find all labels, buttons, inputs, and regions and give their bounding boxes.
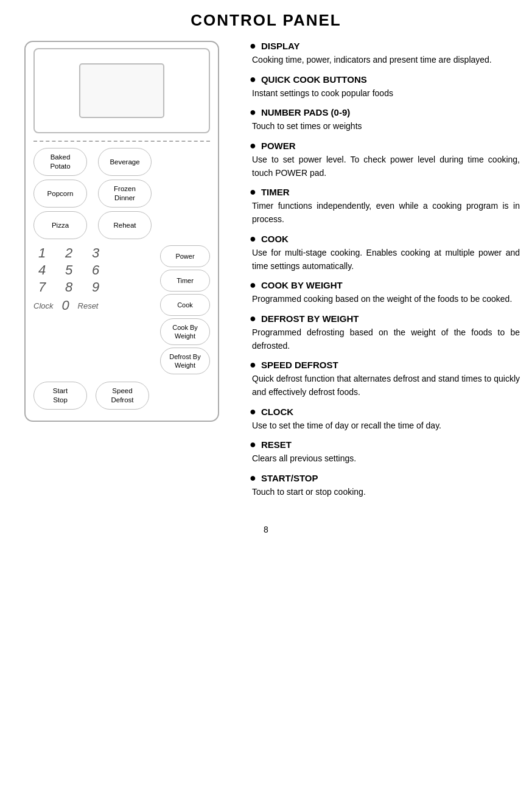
right-buttons-column: Power Timer Cook Cook ByWeight Defrost B… — [160, 245, 210, 374]
speed-defrost-button[interactable]: SpeedDefrost — [96, 382, 149, 410]
buttons-grid: BakedPotato Beverage Popcorn FrozenDinne… — [33, 148, 210, 410]
key-2[interactable]: 2 — [60, 245, 77, 261]
desc-display: ● DISPLAY Cooking time, power, indicator… — [250, 41, 520, 67]
desc-clock-heading-row: ● CLOCK — [250, 407, 520, 418]
page-title: CONTROL PANEL — [0, 11, 532, 30]
body-power: Use to set power level. To check power l… — [252, 153, 520, 180]
page-number: 8 — [0, 525, 532, 534]
start-stop-button[interactable]: StartStop — [33, 382, 87, 410]
heading-quick-cook: QUICK COOK BUTTONS — [261, 74, 367, 85]
num-grid: 1 2 3 4 5 6 7 8 — [33, 245, 104, 313]
body-quick-cook: Instant settings to cook popular foods — [252, 87, 520, 100]
quick-cook-row-3: Pizza Reheat — [33, 211, 152, 239]
pizza-button[interactable]: Pizza — [33, 211, 87, 239]
desc-reset-heading-row: ● RESET — [250, 439, 520, 451]
desc-cook-by-weight-heading-row: ● COOK BY WEIGHT — [250, 280, 520, 292]
heading-cook-by-weight: COOK BY WEIGHT — [261, 280, 343, 290]
panel-outer: BakedPotato Beverage Popcorn FrozenDinne… — [24, 41, 219, 422]
desc-power-heading-row: ● POWER — [250, 141, 520, 152]
quick-cook-row-2: Popcorn FrozenDinner — [33, 180, 152, 208]
body-reset: Clears all previous settings. — [252, 452, 520, 466]
desc-cook-by-weight: ● COOK BY WEIGHT Programmed cooking base… — [250, 280, 520, 306]
key-8[interactable]: 8 — [60, 279, 77, 295]
desc-cook: ● COOK Use for multi-stage cooking. Enab… — [250, 234, 520, 273]
quick-cook-row-1: BakedPotato Beverage — [33, 148, 152, 176]
numpad-and-labels: 1 2 3 4 5 6 7 8 — [33, 245, 109, 313]
panel-diagram: BakedPotato Beverage Popcorn FrozenDinne… — [6, 41, 237, 422]
frozen-dinner-button[interactable]: FrozenDinner — [98, 180, 152, 208]
key-5[interactable]: 5 — [60, 262, 77, 278]
bullet-power: ● — [250, 139, 256, 152]
desc-number-pads-heading-row: ● NUMBER PADS (0-9) — [250, 107, 520, 119]
clock-label[interactable]: Clock — [33, 301, 54, 310]
body-defrost-by-weight: Programmed defrosting based on the weigh… — [252, 326, 520, 352]
numpad-area: 1 2 3 4 5 6 7 8 — [33, 245, 210, 374]
heading-defrost-by-weight: DEFROST BY WEIGHT — [261, 313, 359, 324]
desc-speed-defrost-heading-row: ● SPEED DEFROST — [250, 360, 520, 371]
beverage-button[interactable]: Beverage — [98, 148, 152, 176]
reheat-button[interactable]: Reheat — [98, 211, 152, 239]
key-1[interactable]: 1 — [33, 245, 51, 261]
bullet-speed-defrost: ● — [250, 358, 256, 371]
desc-reset: ● RESET Clears all previous settings. — [250, 439, 520, 466]
body-cook: Use for multi-stage cooking. Enables coo… — [252, 246, 520, 273]
key-3[interactable]: 3 — [87, 245, 104, 261]
heading-cook: COOK — [261, 234, 289, 244]
heading-number-pads: NUMBER PADS (0-9) — [261, 107, 350, 117]
bullet-quick-cook: ● — [250, 73, 256, 86]
key-4[interactable]: 4 — [33, 262, 51, 278]
desc-timer-heading-row: ● TIMER — [250, 187, 520, 198]
baked-potato-button[interactable]: BakedPotato — [33, 148, 87, 176]
heading-power: POWER — [261, 141, 296, 151]
bullet-reset: ● — [250, 438, 256, 451]
heading-speed-defrost: SPEED DEFROST — [261, 360, 338, 370]
body-timer: Timer functions independently, even whil… — [252, 200, 520, 226]
heading-display: DISPLAY — [261, 41, 300, 51]
desc-defrost-by-weight-heading-row: ● DEFROST BY WEIGHT — [250, 313, 520, 325]
num-row-3: 7 8 9 — [33, 279, 104, 295]
bullet-timer: ● — [250, 186, 256, 198]
heading-reset: RESET — [261, 439, 292, 450]
key-6[interactable]: 6 — [87, 262, 104, 278]
desc-start-stop: ● START/STOP Touch to start or stop cook… — [250, 473, 520, 499]
desc-quick-cook-heading-row: ● QUICK COOK BUTTONS — [250, 74, 520, 86]
heading-clock: CLOCK — [261, 407, 293, 417]
timer-button[interactable]: Timer — [160, 270, 210, 292]
power-button[interactable]: Power — [160, 245, 210, 267]
bullet-clock: ● — [250, 405, 256, 418]
body-display: Cooking time, power, indicators and pres… — [252, 54, 520, 67]
key-9[interactable]: 9 — [87, 279, 104, 295]
display-inner — [79, 63, 164, 118]
desc-start-stop-heading-row: ● START/STOP — [250, 473, 520, 484]
bullet-number-pads: ● — [250, 106, 256, 119]
bullet-defrost-by-weight: ● — [250, 312, 256, 325]
description-area: ● DISPLAY Cooking time, power, indicator… — [237, 41, 526, 506]
heading-start-stop: START/STOP — [261, 473, 318, 483]
num-row-2: 4 5 6 — [33, 262, 104, 278]
bullet-start-stop: ● — [250, 472, 256, 484]
key-7[interactable]: 7 — [33, 279, 51, 295]
num-row-bottom: Clock 0 Reset — [33, 298, 104, 313]
body-number-pads: Touch to set times or weights — [252, 120, 520, 133]
desc-cook-heading-row: ● COOK — [250, 234, 520, 245]
num-row-1: 1 2 3 — [33, 245, 104, 261]
defrost-by-weight-button[interactable]: Defrost ByWeight — [160, 348, 210, 374]
popcorn-button[interactable]: Popcorn — [33, 180, 87, 208]
bottom-buttons-row: StartStop SpeedDefrost — [33, 382, 210, 410]
bullet-display: ● — [250, 40, 256, 52]
desc-clock: ● CLOCK Use to set the time of day or re… — [250, 407, 520, 433]
cook-button[interactable]: Cook — [160, 294, 210, 316]
body-speed-defrost: Quick defrost function that alternates d… — [252, 372, 520, 399]
body-cook-by-weight: Programmed cooking based on the weight o… — [252, 293, 520, 306]
reset-label[interactable]: Reset — [78, 301, 99, 310]
key-0[interactable]: 0 — [57, 298, 74, 313]
cook-by-weight-button[interactable]: Cook ByWeight — [160, 318, 210, 345]
desc-power: ● POWER Use to set power level. To check… — [250, 141, 520, 180]
body-start-stop: Touch to start or stop cooking. — [252, 486, 520, 499]
desc-speed-defrost: ● SPEED DEFROST Quick defrost function t… — [250, 360, 520, 399]
desc-timer: ● TIMER Timer functions independently, e… — [250, 187, 520, 226]
desc-quick-cook: ● QUICK COOK BUTTONS Instant settings to… — [250, 74, 520, 100]
desc-display-heading-row: ● DISPLAY — [250, 41, 520, 52]
bullet-cook-by-weight: ● — [250, 279, 256, 292]
dashed-divider — [33, 141, 210, 142]
